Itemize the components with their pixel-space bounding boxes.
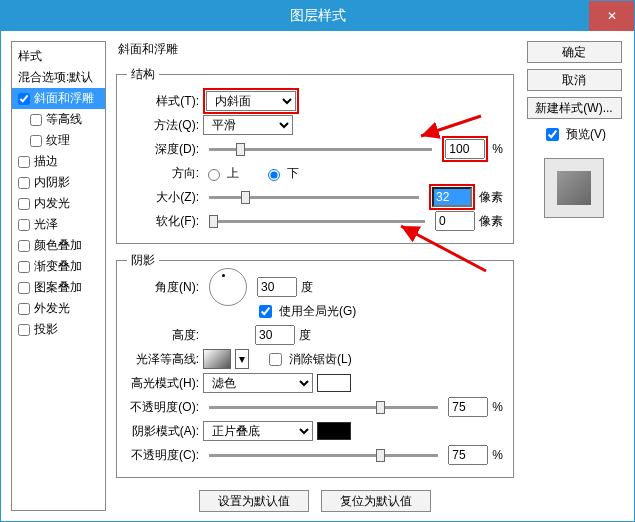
depth-input[interactable] [445, 139, 485, 159]
style-highlight: 内斜面 [203, 88, 299, 114]
style-select[interactable]: 内斜面 [206, 91, 296, 111]
soften-unit: 像素 [479, 213, 503, 230]
sidebar-item-outer-glow[interactable]: 外发光 [12, 298, 105, 319]
dir-up-radio[interactable] [208, 169, 220, 181]
shadow-op-label: 不透明度(C): [127, 447, 199, 464]
grad-overlay-check[interactable] [18, 261, 30, 273]
stroke-check[interactable] [18, 156, 30, 168]
highlight-op-slider[interactable] [209, 406, 438, 409]
drop-shadow-check[interactable] [18, 324, 30, 336]
sidebar-item-satin[interactable]: 光泽 [12, 214, 105, 235]
altitude-input[interactable] [255, 325, 295, 345]
sidebar-item-blend[interactable]: 混合选项:默认 [12, 67, 105, 88]
inner-glow-check[interactable] [18, 198, 30, 210]
highlight-mode-label: 高光模式(H): [127, 375, 199, 392]
sidebar-item-drop-shadow[interactable]: 投影 [12, 319, 105, 340]
dir-down-radio[interactable] [268, 169, 280, 181]
highlight-op-input[interactable] [448, 397, 488, 417]
preview-label: 预览(V) [566, 126, 606, 143]
soften-input[interactable] [435, 211, 475, 231]
pattern-overlay-check[interactable] [18, 282, 30, 294]
shadow-color[interactable] [317, 422, 351, 440]
preview-box [544, 158, 604, 218]
highlight-mode-select[interactable]: 滤色 [203, 373, 313, 393]
sidebar-item-stroke[interactable]: 描边 [12, 151, 105, 172]
global-light-label: 使用全局光(G) [279, 303, 356, 320]
depth-slider[interactable] [209, 148, 432, 151]
shadow-op-input[interactable] [448, 445, 488, 465]
size-label: 大小(Z): [127, 189, 199, 206]
sidebar-item-bevel[interactable]: 斜面和浮雕 [12, 88, 105, 109]
technique-label: 方法(Q): [127, 117, 199, 134]
antialias-check[interactable] [269, 353, 282, 366]
structure-group: 结构 样式(T): 内斜面 方法(Q): 平滑 深度(D): [116, 66, 514, 244]
angle-label: 角度(N): [127, 279, 199, 296]
inner-shadow-check[interactable] [18, 177, 30, 189]
new-style-button[interactable]: 新建样式(W)... [527, 97, 622, 119]
shade-legend: 阴影 [127, 252, 159, 269]
soften-slider[interactable] [209, 220, 425, 223]
close-button[interactable]: ✕ [589, 1, 634, 31]
layer-style-dialog: 图层样式 ✕ 样式 混合选项:默认 斜面和浮雕 等高线 纹理 描边 内阴影 内发… [0, 0, 635, 522]
angle-input[interactable] [257, 277, 297, 297]
style-header: 样式 [12, 46, 105, 67]
cancel-button[interactable]: 取消 [527, 69, 622, 91]
depth-highlight [442, 136, 488, 162]
highlight-color[interactable] [317, 374, 351, 392]
direction-label: 方向: [127, 165, 199, 182]
shadow-mode-label: 阴影模式(A): [127, 423, 199, 440]
sidebar-item-pattern-overlay[interactable]: 图案叠加 [12, 277, 105, 298]
preview-thumbnail [557, 171, 591, 205]
soften-label: 软化(F): [127, 213, 199, 230]
structure-legend: 结构 [127, 66, 159, 83]
preview-check[interactable] [546, 128, 559, 141]
shadow-op-slider[interactable] [209, 454, 438, 457]
shade-group: 阴影 角度(N): 度 使用全局光(G) 高度: 度 [116, 252, 514, 478]
angle-unit: 度 [301, 279, 313, 296]
sidebar-item-grad-overlay[interactable]: 渐变叠加 [12, 256, 105, 277]
style-list: 样式 混合选项:默认 斜面和浮雕 等高线 纹理 描边 内阴影 内发光 光泽 颜色… [11, 41, 106, 511]
gloss-contour[interactable] [203, 349, 231, 369]
highlight-op-label: 不透明度(O): [127, 399, 199, 416]
color-overlay-check[interactable] [18, 240, 30, 252]
texture-check[interactable] [30, 135, 42, 147]
sidebar-item-inner-glow[interactable]: 内发光 [12, 193, 105, 214]
ok-button[interactable]: 确定 [527, 41, 622, 63]
depth-unit: % [492, 142, 503, 156]
sidebar-item-texture[interactable]: 纹理 [12, 130, 105, 151]
technique-select[interactable]: 平滑 [203, 115, 293, 135]
size-input[interactable] [432, 187, 472, 207]
make-default-button[interactable]: 设置为默认值 [199, 490, 309, 512]
preview-check-row: 预览(V) [542, 125, 606, 144]
sidebar-item-color-overlay[interactable]: 颜色叠加 [12, 235, 105, 256]
satin-check[interactable] [18, 219, 30, 231]
altitude-label: 高度: [127, 327, 199, 344]
angle-dial[interactable] [209, 268, 247, 306]
bevel-panel: 斜面和浮雕 结构 样式(T): 内斜面 方法(Q): 平滑 深度(D): [116, 41, 514, 511]
sidebar-item-contour[interactable]: 等高线 [12, 109, 105, 130]
right-panel: 确定 取消 新建样式(W)... 预览(V) [524, 41, 624, 511]
contour-check[interactable] [30, 114, 42, 126]
outer-glow-check[interactable] [18, 303, 30, 315]
gloss-label: 光泽等高线: [127, 351, 199, 368]
altitude-unit: 度 [299, 327, 311, 344]
sidebar-item-inner-shadow[interactable]: 内阴影 [12, 172, 105, 193]
chevron-down-icon[interactable]: ▾ [235, 349, 249, 369]
shadow-mode-select[interactable]: 正片叠底 [203, 421, 313, 441]
close-icon: ✕ [607, 9, 617, 23]
bevel-section-title: 斜面和浮雕 [118, 41, 514, 58]
antialias-label: 消除锯齿(L) [289, 351, 352, 368]
reset-default-button[interactable]: 复位为默认值 [321, 490, 431, 512]
window-title: 图层样式 [290, 7, 346, 25]
titlebar: 图层样式 ✕ [1, 1, 634, 31]
global-light-check[interactable] [259, 305, 272, 318]
size-unit: 像素 [479, 189, 503, 206]
size-slider[interactable] [209, 196, 419, 199]
style-label: 样式(T): [127, 93, 199, 110]
size-highlight [429, 184, 475, 210]
depth-label: 深度(D): [127, 141, 199, 158]
bevel-check[interactable] [18, 93, 30, 105]
